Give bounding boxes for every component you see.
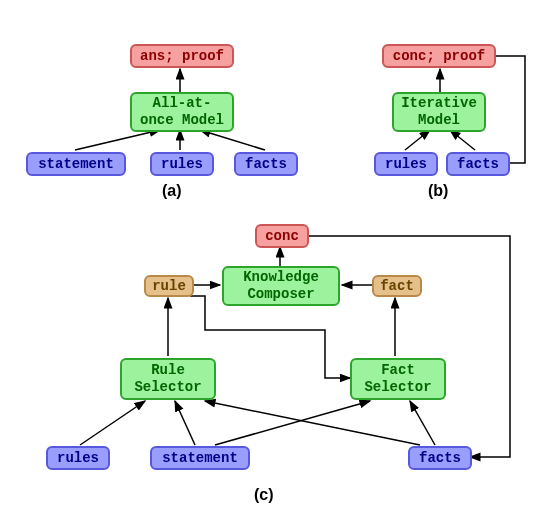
svg-line-14 <box>215 401 370 445</box>
svg-line-16 <box>205 401 420 445</box>
svg-line-13 <box>175 401 195 445</box>
model-b: Iterative Model <box>392 92 486 132</box>
input-a-facts: facts <box>234 152 298 176</box>
panel-label-c: (c) <box>254 486 274 504</box>
svg-line-5 <box>405 130 430 150</box>
model-a: All-at-once Model <box>130 92 234 132</box>
output-b: conc; proof <box>382 44 496 68</box>
rule-intermediate: rule <box>144 275 194 297</box>
svg-line-15 <box>410 401 435 445</box>
panel-label-b: (b) <box>428 182 448 200</box>
input-a-rules: rules <box>150 152 214 176</box>
fact-selector: Fact Selector <box>350 358 446 400</box>
fact-intermediate: fact <box>372 275 422 297</box>
input-c-statement: statement <box>150 446 250 470</box>
input-a-statement: statement <box>26 152 126 176</box>
svg-line-3 <box>200 130 265 150</box>
arrows-layer <box>0 0 546 516</box>
input-c-rules: rules <box>46 446 110 470</box>
svg-line-12 <box>80 401 145 445</box>
knowledge-composer: Knowledge Composer <box>222 266 340 306</box>
rule-selector: Rule Selector <box>120 358 216 400</box>
output-c: conc <box>255 224 309 248</box>
input-c-facts: facts <box>408 446 472 470</box>
panel-label-a: (a) <box>162 182 182 200</box>
input-b-rules: rules <box>374 152 438 176</box>
svg-line-1 <box>75 130 160 150</box>
input-b-facts: facts <box>446 152 510 176</box>
svg-line-6 <box>450 130 475 150</box>
output-a: ans; proof <box>130 44 234 68</box>
